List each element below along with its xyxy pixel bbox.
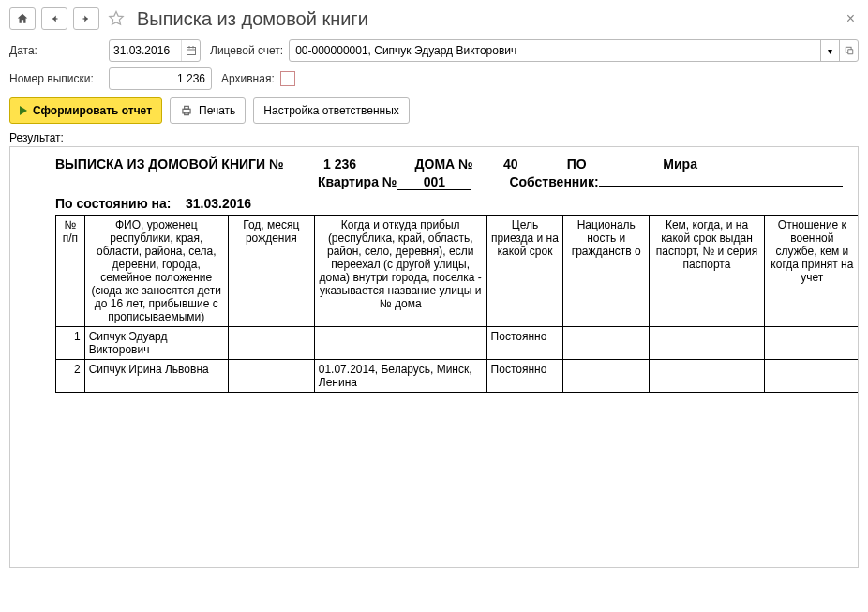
th-nat: Националь ность и гражданств о [563, 216, 650, 327]
titlebar: Выписка из домовой книги × [9, 7, 859, 30]
hdr-num: 1 236 [284, 157, 397, 172]
svg-rect-8 [185, 106, 189, 109]
date-input[interactable] [110, 42, 181, 59]
favorite-button[interactable] [105, 7, 127, 30]
hdr-house: 40 [473, 157, 548, 172]
th-purpose: Цель приезда и на какой срок [486, 216, 563, 327]
date-label: Дата: [9, 44, 103, 57]
data-table: № п/п ФИО, уроженец республики, края, об… [55, 215, 859, 393]
hdr-flat-label: Квартира № [318, 174, 397, 189]
date-field-wrap [109, 39, 201, 62]
toolbar: Сформировать отчет Печать Настройка отве… [9, 97, 859, 124]
cell-passport [650, 327, 765, 360]
back-button[interactable] [41, 7, 67, 30]
home-button[interactable] [9, 7, 36, 30]
generate-report-label: Сформировать отчет [33, 104, 152, 117]
cell-arrived: 01.07.2014, Беларусь, Минск, Ленина [314, 360, 486, 393]
result-label: Результат: [9, 131, 859, 144]
th-passport: Кем, когда, и на какой срок выдан паспор… [650, 216, 765, 327]
th-birth: Год, месяц рождения [228, 216, 314, 327]
cell-passport [650, 360, 765, 393]
cell-purpose: Постоянно [486, 360, 563, 393]
number-input[interactable] [110, 70, 211, 87]
th-arrived: Когда и откуда прибыл (республика, край,… [314, 216, 486, 327]
printer-icon [180, 104, 193, 117]
cell-nat [563, 327, 650, 360]
table-row[interactable]: 2Сипчук Ирина Львовна01.07.2014, Беларус… [56, 360, 860, 393]
table-row[interactable]: 1Сипчук Эдуард ВикторовичПостоянно [56, 327, 860, 360]
number-field-wrap [109, 67, 212, 90]
hdr-po-label: ПО [567, 157, 587, 172]
archive-label: Архивная: [221, 72, 275, 85]
calendar-icon[interactable] [181, 40, 200, 61]
asof-date: 31.03.2016 [186, 196, 251, 211]
svg-rect-2 [187, 48, 195, 55]
account-label: Лицевой счет: [210, 44, 283, 57]
cell-n: 1 [56, 327, 85, 360]
cell-purpose: Постоянно [486, 327, 563, 360]
hdr-street: Мира [587, 157, 774, 172]
page-title: Выписка из домовой книги [137, 8, 368, 30]
table-header-row: № п/п ФИО, уроженец республики, края, об… [56, 216, 860, 327]
generate-report-button[interactable]: Сформировать отчет [9, 97, 162, 124]
cell-fio: Сипчук Ирина Львовна [84, 360, 228, 393]
account-field-wrap: ▾ [289, 39, 859, 62]
account-open-button[interactable] [839, 40, 858, 61]
svg-rect-0 [52, 18, 57, 19]
hdr-owner-label: Собственник: [509, 174, 598, 189]
responsible-settings-button[interactable]: Настройка ответственных [253, 97, 409, 124]
number-label: Номер выписки: [9, 72, 103, 85]
hdr-extract-label: ВЫПИСКА ИЗ ДОМОВОЙ КНИГИ № [55, 157, 284, 172]
cell-mil [764, 327, 859, 360]
responsible-label: Настройка ответственных [263, 104, 398, 117]
cell-fio: Сипчук Эдуард Викторович [84, 327, 228, 360]
print-button[interactable]: Печать [170, 97, 246, 124]
cell-arrived [314, 327, 486, 360]
hdr-owner [599, 186, 843, 187]
th-num: № п/п [56, 216, 85, 327]
hdr-flat: 001 [397, 174, 471, 190]
print-label: Печать [199, 104, 235, 117]
report: ВЫПИСКА ИЗ ДОМОВОЙ КНИГИ № 1 236 ДОМА № … [10, 147, 859, 468]
cell-nat [563, 360, 650, 393]
svg-rect-5 [192, 46, 193, 49]
cell-birth [228, 327, 314, 360]
archive-checkbox[interactable] [280, 71, 295, 86]
th-fio: ФИО, уроженец республики, края, области,… [84, 216, 228, 327]
asof-label: По состоянию на: [55, 196, 171, 211]
cell-mil [764, 360, 859, 393]
cell-n: 2 [56, 360, 85, 393]
account-dropdown-button[interactable]: ▾ [820, 40, 839, 61]
forward-button[interactable] [73, 7, 99, 30]
close-button[interactable]: × [843, 10, 859, 27]
svg-rect-4 [188, 46, 189, 49]
th-mil: Отношение к военной службе, кем и когда … [764, 216, 859, 327]
result-panel[interactable]: ВЫПИСКА ИЗ ДОМОВОЙ КНИГИ № 1 236 ДОМА № … [9, 146, 859, 568]
svg-rect-1 [83, 18, 88, 19]
hdr-house-label: ДОМА № [415, 157, 473, 172]
account-input[interactable] [290, 42, 820, 59]
cell-birth [228, 360, 314, 393]
